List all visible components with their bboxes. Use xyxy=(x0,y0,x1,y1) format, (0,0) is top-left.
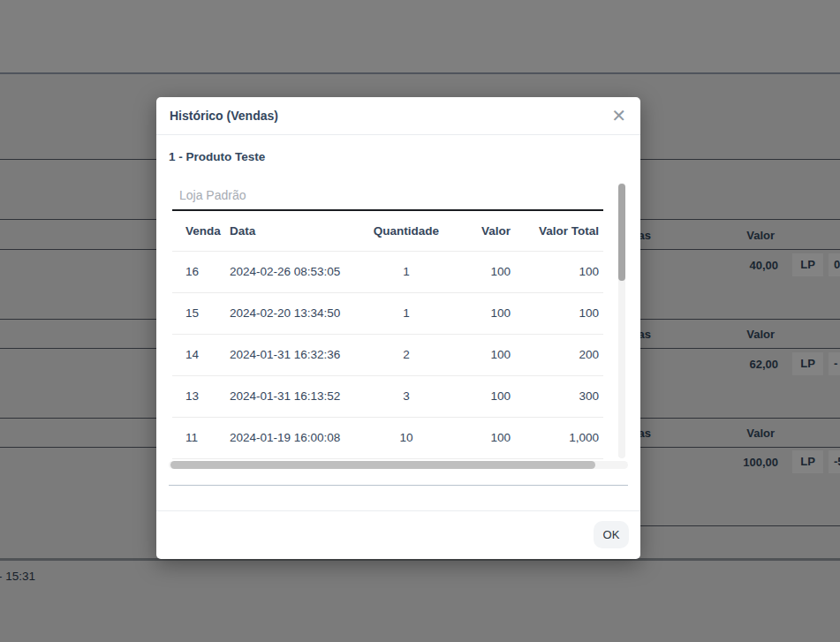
table-row: 13 2024-01-31 16:13:52 3 100 300 xyxy=(172,375,603,417)
vertical-scrollbar[interactable] xyxy=(618,183,625,458)
cell-data: 2024-02-20 13:34:50 xyxy=(230,292,371,334)
cell-data: 2024-01-19 16:00:08 xyxy=(230,417,371,458)
cell-venda: 13 xyxy=(172,375,230,417)
app-screen: as Valor 40,00 LP 0 as Valor 62,00 LP - … xyxy=(0,0,840,642)
cell-quantidade: 2 xyxy=(371,334,442,375)
cell-valor-total: 300 xyxy=(515,375,603,417)
col-header-quantidade: Quantidade xyxy=(371,210,442,251)
cell-quantidade: 1 xyxy=(371,251,442,292)
cell-valor-total: 200 xyxy=(515,334,603,375)
table-header-row: Venda Data Quantidade Valor Valor Total xyxy=(172,210,603,251)
vertical-scrollbar-thumb[interactable] xyxy=(618,184,625,281)
cell-data: 2024-02-26 08:53:05 xyxy=(230,251,371,292)
col-header-valor-total: Valor Total xyxy=(515,210,603,251)
col-header-valor: Valor xyxy=(442,210,515,251)
cell-valor: 100 xyxy=(442,251,515,292)
table-row: 15 2024-02-20 13:34:50 1 100 100 xyxy=(172,292,603,334)
historico-vendas-dialog: Histórico (Vendas) ✕ 1 - Produto Teste L… xyxy=(156,97,640,559)
sales-history-table: Venda Data Quantidade Valor Valor Total … xyxy=(172,209,603,459)
cell-venda: 16 xyxy=(172,251,230,292)
cell-quantidade: 3 xyxy=(371,375,442,417)
cell-venda: 14 xyxy=(172,334,230,375)
product-title: 1 - Produto Teste xyxy=(169,150,265,163)
dialog-title: Histórico (Vendas) xyxy=(170,109,278,123)
body-divider xyxy=(169,485,628,486)
cell-quantidade: 1 xyxy=(371,292,442,334)
dialog-header: Histórico (Vendas) ✕ xyxy=(156,97,640,135)
cell-venda: 15 xyxy=(172,292,230,334)
col-header-venda: Venda xyxy=(172,210,230,251)
cell-valor-total: 100 xyxy=(515,292,603,334)
cell-valor: 100 xyxy=(442,292,515,334)
dialog-footer: OK xyxy=(156,510,640,559)
ok-button[interactable]: OK xyxy=(594,521,629,548)
cell-venda: 11 xyxy=(172,417,230,458)
horizontal-scrollbar[interactable] xyxy=(169,461,628,469)
table-row: 14 2024-01-31 16:32:36 2 100 200 xyxy=(172,334,603,375)
cell-valor: 100 xyxy=(442,417,515,458)
cell-data: 2024-01-31 16:32:36 xyxy=(230,334,371,375)
cell-valor: 100 xyxy=(442,375,515,417)
store-group-label: Loja Padrão xyxy=(179,188,246,202)
horizontal-scrollbar-thumb[interactable] xyxy=(170,461,595,469)
cell-data: 2024-01-31 16:13:52 xyxy=(230,375,371,417)
cell-valor: 100 xyxy=(442,334,515,375)
table-row: 16 2024-02-26 08:53:05 1 100 100 xyxy=(172,251,603,292)
close-icon[interactable]: ✕ xyxy=(609,105,628,126)
cell-valor-total: 1,000 xyxy=(515,417,603,458)
table-row: 11 2024-01-19 16:00:08 10 100 1,000 xyxy=(172,417,603,458)
cell-valor-total: 100 xyxy=(515,251,603,292)
col-header-data: Data xyxy=(230,210,371,251)
cell-quantidade: 10 xyxy=(371,417,442,458)
